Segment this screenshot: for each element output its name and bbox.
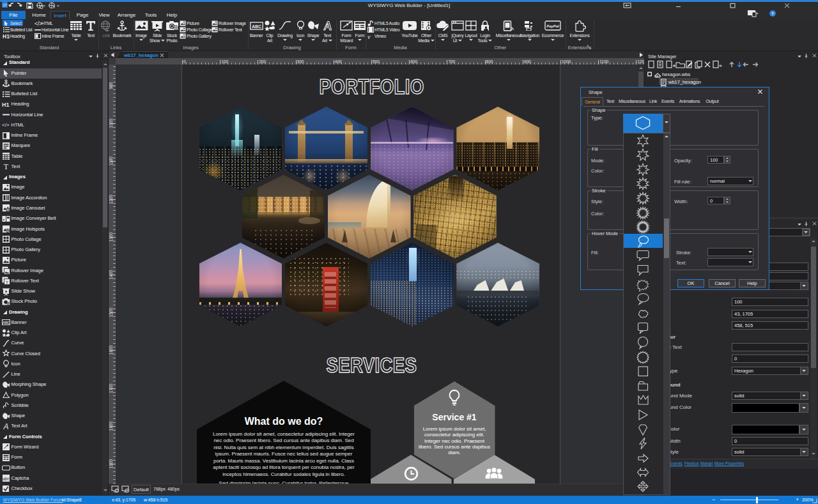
svg-text:abc: abc: [3, 477, 10, 481]
svg-text:?: ?: [771, 11, 774, 16]
svg-text:PayPal: PayPal: [546, 24, 559, 28]
svg-text:T: T: [4, 162, 9, 171]
svg-text:2: 2: [116, 489, 118, 493]
svg-text:A: A: [3, 422, 8, 431]
svg-text:ABC: ABC: [251, 24, 261, 29]
svg-text:</>: </>: [2, 122, 10, 128]
svg-text:v: v: [367, 33, 371, 39]
svg-text:H1: H1: [2, 102, 10, 108]
svg-text:H1: H1: [3, 33, 10, 39]
svg-text:ABC: ABC: [3, 321, 10, 325]
svg-text:T: T: [6, 280, 9, 285]
